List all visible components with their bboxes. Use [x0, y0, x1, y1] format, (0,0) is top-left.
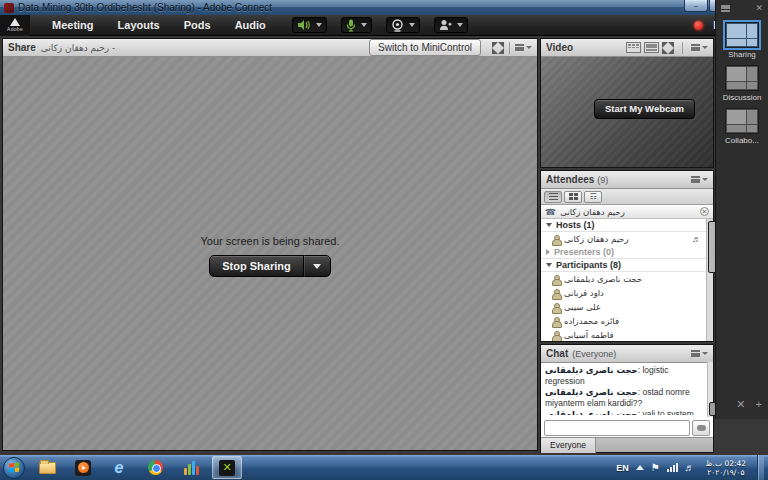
- menu-pods[interactable]: Pods: [172, 15, 223, 36]
- language-indicator[interactable]: EN: [616, 463, 629, 473]
- tray-clock[interactable]: 02:42 ب.ظ ۲۰۲۰/۱۹/۰۵: [702, 459, 750, 477]
- list-view-icon: [549, 193, 558, 200]
- participant-row[interactable]: فائزه محمدزاده: [541, 314, 706, 328]
- network-icon[interactable]: [667, 463, 678, 472]
- action-center-icon[interactable]: ⚑: [651, 463, 660, 473]
- chat-pod-header: Chat (Everyone): [541, 345, 713, 363]
- share-pod-title: Share: [8, 42, 36, 53]
- window-title: Data Mining 30th Ordibehesht (Sharing) -…: [18, 0, 272, 15]
- menu-meeting[interactable]: Meeting: [40, 15, 106, 36]
- video-pod-menu-icon[interactable]: [691, 44, 708, 51]
- sidebar-menu-icon[interactable]: [721, 5, 730, 12]
- chat-message: حجت ناصری دیلمقانی: ostad nomre miyanter…: [545, 387, 703, 408]
- attendees-pod-menu-icon[interactable]: [691, 176, 708, 183]
- stop-sharing-dropdown[interactable]: [304, 264, 330, 269]
- microphone-dropdown-caret[interactable]: [361, 23, 367, 27]
- taskbar-media-player-button[interactable]: [68, 456, 98, 479]
- chat-message: حجت ناصری دیلمقانی: vali to system nemiy…: [545, 409, 703, 415]
- share-pod-menu-icon[interactable]: [515, 44, 532, 51]
- participants-group-row[interactable]: Participants (8): [541, 259, 706, 272]
- share-fullscreen-icon[interactable]: [492, 42, 504, 54]
- taskbar-audio-app-button[interactable]: [176, 456, 206, 479]
- taskbar-chrome-button[interactable]: [140, 456, 170, 479]
- chat-pod: Chat (Everyone) حجت ناصری دیلمقانی: logi…: [540, 344, 714, 453]
- attendees-grid-view-button[interactable]: [564, 191, 582, 203]
- start-button[interactable]: [3, 457, 25, 479]
- menu-audio[interactable]: Audio: [223, 15, 278, 36]
- participant-row[interactable]: داود قربانی: [541, 286, 706, 300]
- attendees-list-view-button[interactable]: [544, 191, 562, 203]
- layout-thumbnail-icon: [725, 22, 759, 48]
- speaker-dropdown-caret[interactable]: [316, 23, 322, 27]
- sidebar-close-icon[interactable]: ✕: [755, 3, 763, 13]
- window-titlebar: Data Mining 30th Ordibehesht (Sharing) -…: [0, 0, 768, 15]
- participant-row[interactable]: حجت ناصری دیلمقانی: [541, 272, 706, 286]
- tab-everyone[interactable]: Everyone: [541, 438, 596, 453]
- adobe-connect-icon: ✕: [219, 460, 235, 476]
- menu-bar: Adobe Meeting Layouts Pods Audio: [0, 15, 768, 36]
- chat-input[interactable]: [544, 420, 690, 436]
- chat-message: حجت ناصری دیلمقانی: logistic regression: [545, 365, 703, 386]
- windows-logo-icon: [9, 462, 19, 472]
- host-name: رحیم دهقان زکانی: [564, 234, 629, 244]
- stop-sharing-label: Stop Sharing: [210, 260, 302, 272]
- audio-mixer-icon: [184, 461, 199, 475]
- chevron-down-icon: [313, 264, 321, 269]
- minimize-button[interactable]: –: [684, 0, 708, 12]
- show-desktop-button[interactable]: [757, 455, 764, 480]
- avatar-icon: [551, 331, 560, 340]
- attendees-pod-header: Attendees (9): [541, 171, 713, 189]
- attendees-scrollbar[interactable]: [706, 219, 713, 341]
- speaker-control[interactable]: [292, 17, 327, 33]
- attendee-status-dropdown-caret[interactable]: [457, 23, 463, 27]
- speech-bubble-icon: [697, 425, 706, 431]
- chat-tabs: Everyone: [541, 437, 713, 452]
- share-status-text: Your screen is being shared.: [200, 235, 339, 247]
- active-speaker-name: رحیم دهقان زکانی: [560, 207, 625, 217]
- taskbar-internet-explorer-button[interactable]: e: [104, 456, 134, 479]
- switch-to-minicontrol-button[interactable]: Switch to MiniControl: [369, 39, 481, 56]
- participant-row[interactable]: فاطمه آسیابی: [541, 328, 706, 341]
- participant-row[interactable]: علی سیبی: [541, 300, 706, 314]
- hosts-group-row[interactable]: Hosts (1): [541, 219, 706, 232]
- menu-layouts[interactable]: Layouts: [106, 15, 172, 36]
- adobe-logo: Adobe: [0, 15, 30, 36]
- presenters-group-row[interactable]: Presenters (0): [541, 246, 706, 259]
- attendees-count: (9): [597, 175, 608, 185]
- attendee-status-control[interactable]: [434, 17, 468, 33]
- layout-item-collaboration[interactable]: Collabo...: [716, 108, 768, 145]
- video-filmstrip-view-icon[interactable]: [644, 42, 659, 53]
- taskbar-explorer-button[interactable]: [32, 456, 62, 479]
- share-pod: Share - رحیم دهقان زکانی Switch to MiniC…: [2, 38, 538, 451]
- stop-sharing-button[interactable]: Stop Sharing: [209, 255, 330, 277]
- webcam-dropdown-caret[interactable]: [409, 23, 415, 27]
- remove-speaker-icon[interactable]: ✕: [700, 207, 709, 216]
- attendees-pod-title: Attendees: [546, 174, 594, 185]
- layout-item-sharing[interactable]: Sharing: [716, 22, 768, 59]
- start-my-webcam-button[interactable]: Start My Webcam: [594, 99, 695, 119]
- status-view-icon: ☶: [589, 193, 596, 201]
- grid-view-icon: [569, 193, 578, 200]
- attendees-status-view-button[interactable]: ☶: [584, 191, 602, 203]
- layout-item-discussion[interactable]: Discussion: [716, 65, 768, 102]
- share-pod-header: Share - رحیم دهقان زکانی Switch to MiniC…: [3, 39, 537, 57]
- speaker-icon: [297, 19, 311, 31]
- chat-scrollbar[interactable]: [707, 362, 713, 417]
- chat-input-row: [541, 418, 713, 438]
- video-grid-view-icon[interactable]: [626, 42, 641, 53]
- hidden-icons-arrow[interactable]: [636, 465, 644, 470]
- close-layout-icon[interactable]: ✕: [736, 398, 745, 411]
- microphone-control[interactable]: [341, 17, 372, 33]
- add-layout-icon[interactable]: +: [756, 398, 762, 411]
- layout-thumbnail-icon: [725, 65, 759, 91]
- host-row[interactable]: رحیم دهقان زکانی ♬: [541, 232, 706, 246]
- avatar-icon: [551, 317, 560, 326]
- chat-pod-menu-icon[interactable]: [691, 350, 708, 357]
- folder-icon: [39, 462, 56, 474]
- clock-time: 02:42 ب.ظ: [706, 459, 746, 468]
- volume-icon[interactable]: ♬: [685, 462, 695, 474]
- webcam-control[interactable]: [386, 17, 420, 33]
- video-fullscreen-icon[interactable]: [662, 42, 674, 54]
- taskbar-adobe-connect-button[interactable]: ✕: [212, 456, 242, 479]
- send-message-button[interactable]: [692, 420, 710, 436]
